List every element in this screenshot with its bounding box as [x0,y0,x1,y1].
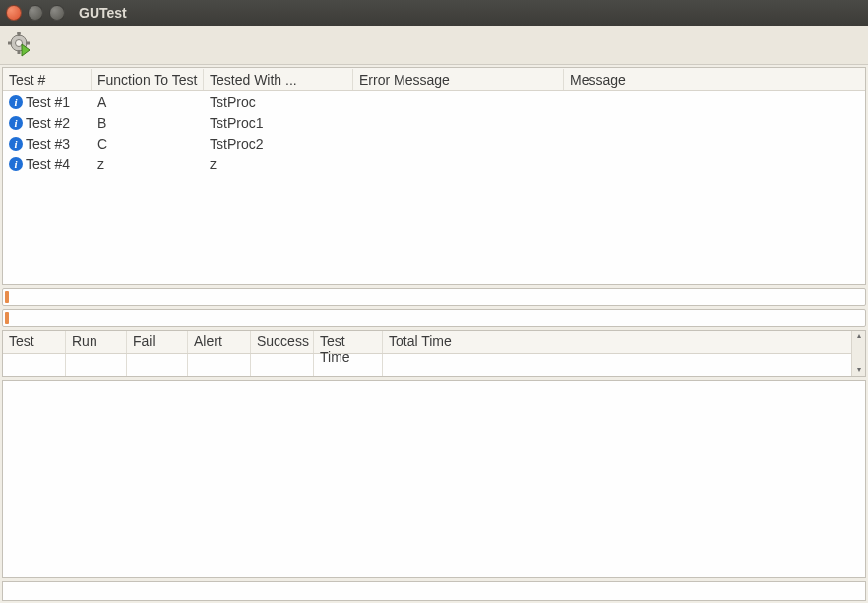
info-icon: i [9,137,23,151]
col-header-message[interactable]: Message [564,69,865,90]
run-tests-button[interactable] [6,30,35,60]
cell-testnum: iTest #4 [3,156,92,172]
stats-table-panel: Test Run Fail Alert Success Test Time To… [2,330,866,377]
table-row[interactable]: iTest #4zz [3,153,865,174]
cell-testnum-text: Test #3 [26,136,70,151]
stats-cell-test [3,354,66,376]
window-title: GUTest [79,5,127,21]
cell-function: A [92,94,204,110]
scroll-up-icon[interactable]: ▴ [857,332,861,341]
stats-table-header: Test Run Fail Alert Success Test Time To… [3,331,851,354]
stats-col-alert[interactable]: Alert [188,331,251,353]
stats-cell-fail [127,354,188,376]
stats-cell-totaltime [383,354,851,376]
progress-tick [5,291,9,303]
toolbar [0,26,868,65]
svg-point-6 [16,39,23,46]
svg-rect-4 [26,41,30,44]
cell-function: B [92,115,204,131]
stats-col-run[interactable]: Run [66,331,127,353]
progress-bar-2 [2,309,866,327]
stats-col-totaltime[interactable]: Total Time [383,331,851,353]
cell-testnum-text: Test #2 [26,115,70,131]
titlebar: GUTest [0,0,868,26]
cell-tested-with: TstProc2 [204,136,353,151]
content-area: Test # Function To Test Tested With ... … [0,65,868,603]
stats-cell-run [66,354,127,376]
stats-col-test[interactable]: Test [3,331,66,353]
tests-table-panel: Test # Function To Test Tested With ... … [2,67,866,285]
col-header-testnum[interactable]: Test # [3,69,92,90]
stats-col-fail[interactable]: Fail [127,331,188,353]
cell-testnum-text: Test #4 [26,156,70,172]
minimize-icon[interactable] [28,5,43,21]
cell-testnum-text: Test #1 [26,94,70,110]
cell-testnum: iTest #1 [3,94,92,110]
cell-tested-with: TstProc1 [204,115,353,131]
cell-tested-with: TstProc [204,94,353,110]
table-row[interactable]: iTest #2BTstProc1 [3,112,865,133]
cell-testnum: iTest #2 [3,115,92,131]
progress-bar-1 [2,288,866,306]
stats-col-success[interactable]: Success [251,331,314,353]
info-icon: i [9,157,23,171]
col-header-function[interactable]: Function To Test [92,69,204,90]
maximize-icon[interactable] [49,5,65,21]
table-row[interactable]: iTest #1ATstProc [3,91,865,112]
cell-testnum: iTest #3 [3,136,92,151]
stats-cell-alert [188,354,251,376]
tests-table-header: Test # Function To Test Tested With ... … [3,68,865,91]
scroll-down-icon[interactable]: ▾ [857,365,861,375]
svg-rect-2 [18,50,21,54]
stats-col-testtime[interactable]: Test Time [314,331,383,353]
svg-rect-3 [8,41,12,44]
stats-table-row[interactable] [3,354,851,376]
info-icon: i [9,95,23,109]
close-icon[interactable] [6,5,22,21]
status-bar [2,581,866,601]
cell-function: C [92,136,204,151]
cell-function: z [92,156,204,172]
info-icon: i [9,116,23,130]
stats-cell-success [251,354,314,376]
output-panel[interactable] [2,380,866,578]
table-row[interactable]: iTest #3CTstProc2 [3,133,865,153]
col-header-tested-with[interactable]: Tested With ... [204,69,353,90]
progress-tick [5,312,9,324]
stats-cell-testtime [314,354,383,376]
gear-run-icon [8,32,33,58]
tests-table-body[interactable]: iTest #1ATstProciTest #2BTstProc1iTest #… [3,91,865,284]
col-header-error[interactable]: Error Message [353,69,564,90]
cell-tested-with: z [204,156,353,172]
stats-scrollbar[interactable]: ▴ ▾ [851,331,865,376]
